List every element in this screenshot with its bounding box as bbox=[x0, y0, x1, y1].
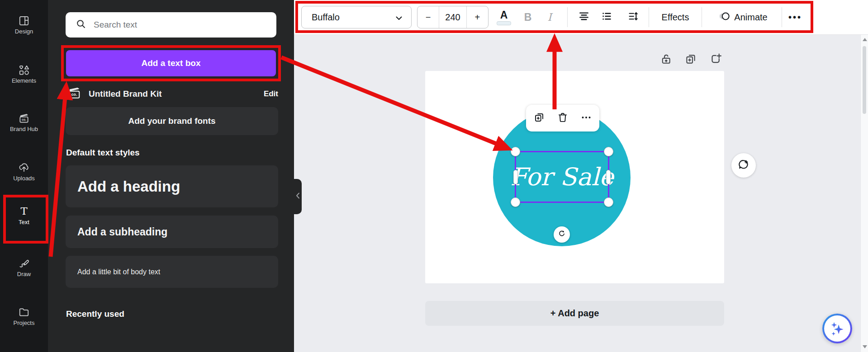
resize-handle-top-right[interactable] bbox=[604, 147, 613, 156]
brand-kit-badge: co. bbox=[71, 92, 77, 97]
sidebar-item-label: Elements bbox=[0, 77, 48, 84]
resize-handle-top-left[interactable] bbox=[511, 147, 520, 156]
line-spacing-icon bbox=[627, 10, 639, 24]
resize-handle-bottom-right[interactable] bbox=[604, 197, 613, 207]
sidebar-item-draw[interactable]: Draw bbox=[0, 258, 48, 277]
effects-button[interactable]: Effects bbox=[655, 7, 696, 27]
canva-editor: Design Elements co. Brand Hub Uploads T … bbox=[0, 0, 868, 352]
rotate-handle[interactable] bbox=[554, 226, 570, 243]
toolbar-more-button[interactable]: ••• bbox=[785, 7, 805, 27]
sidebar-item-design[interactable]: Design bbox=[0, 15, 48, 35]
toolbar-divider bbox=[649, 7, 649, 27]
canva-assistant-button[interactable] bbox=[822, 314, 852, 343]
brand-kit-row: co. Untitled Brand Kit Edit bbox=[67, 86, 278, 102]
add-body-text-button[interactable]: Add a little bit of body text bbox=[66, 256, 278, 288]
delete-element-button[interactable] bbox=[556, 112, 569, 125]
current-color-swatch bbox=[497, 21, 511, 25]
text-icon: T bbox=[0, 206, 48, 217]
lock-button[interactable] bbox=[659, 52, 674, 68]
text-color-letter: A bbox=[500, 9, 508, 20]
text-panel: Add a text box co. Untitled Brand Kit Ed… bbox=[48, 0, 294, 352]
sidebar-item-brand-hub[interactable]: co. Brand Hub bbox=[0, 113, 48, 132]
uploads-icon bbox=[0, 162, 48, 174]
duplicate-page-icon bbox=[684, 53, 697, 67]
duplicate-page-button[interactable] bbox=[683, 52, 698, 68]
design-icon bbox=[0, 15, 48, 27]
bullet-list-icon bbox=[601, 10, 612, 24]
font-size-decrease-button[interactable]: − bbox=[417, 6, 439, 28]
text-align-button[interactable] bbox=[574, 7, 593, 27]
toolbar-divider bbox=[702, 7, 702, 27]
text-color-button[interactable]: A bbox=[494, 7, 513, 27]
lock-icon bbox=[660, 53, 673, 67]
svg-text:T: T bbox=[20, 206, 27, 217]
scrollbar-thumb[interactable] bbox=[863, 46, 866, 114]
add-text-box-button[interactable]: Add a text box bbox=[66, 50, 276, 76]
sidebar-item-text[interactable]: T Text bbox=[0, 206, 48, 225]
italic-button[interactable]: I bbox=[540, 7, 559, 27]
list-button[interactable] bbox=[597, 7, 616, 27]
scroll-up-arrow[interactable] bbox=[863, 38, 867, 41]
brand-kit-title: Untitled Brand Kit bbox=[89, 89, 162, 99]
animate-label: Animate bbox=[734, 12, 767, 23]
animate-icon bbox=[718, 10, 734, 24]
line-spacing-button[interactable] bbox=[624, 7, 643, 27]
selection-box[interactable] bbox=[515, 151, 609, 203]
sidebar-item-uploads[interactable]: Uploads bbox=[0, 162, 48, 182]
draw-icon bbox=[0, 258, 48, 269]
add-brand-fonts-button[interactable]: Add your brand fonts bbox=[66, 107, 278, 135]
sidebar-item-label: Design bbox=[0, 28, 48, 35]
resize-handle-left[interactable] bbox=[513, 170, 518, 184]
add-heading-button[interactable]: Add a heading bbox=[66, 165, 278, 207]
toolbar-divider bbox=[782, 7, 782, 27]
animate-button[interactable]: Animate bbox=[708, 7, 777, 27]
sidebar-item-label: Brand Hub bbox=[0, 126, 48, 132]
font-size-stepper: − 240 + bbox=[417, 6, 489, 28]
font-size-value[interactable]: 240 bbox=[439, 6, 466, 28]
search-input[interactable] bbox=[93, 19, 266, 30]
projects-icon bbox=[0, 306, 48, 318]
duplicate-element-button[interactable] bbox=[533, 112, 545, 125]
add-page-button[interactable]: + Add page bbox=[425, 301, 724, 326]
sidebar-item-elements[interactable]: Elements bbox=[0, 64, 48, 84]
brand-kit-badge-glyph: co. bbox=[22, 118, 26, 121]
resize-handle-right[interactable] bbox=[606, 170, 611, 184]
add-page-icon-button[interactable] bbox=[709, 52, 724, 68]
duplicate-icon bbox=[533, 112, 545, 125]
more-options-button[interactable] bbox=[580, 112, 593, 125]
chevron-down-icon bbox=[396, 12, 402, 23]
elements-icon bbox=[0, 64, 48, 76]
sidebar-item-label: Projects bbox=[0, 319, 48, 326]
ellipsis-icon bbox=[581, 112, 592, 125]
search-icon bbox=[76, 19, 86, 31]
brand-hub-icon: co. bbox=[0, 113, 48, 124]
editor-toolbar: Buffalo − 240 + A B I Effects Animate bbox=[294, 0, 868, 35]
font-family-select[interactable]: Buffalo bbox=[301, 6, 412, 28]
brand-kit-edit-link[interactable]: Edit bbox=[264, 89, 278, 99]
sidebar-item-label: Uploads bbox=[0, 175, 48, 182]
sidebar-item-label: Draw bbox=[0, 271, 48, 277]
recently-used-heading: Recently used bbox=[66, 309, 124, 319]
align-center-icon bbox=[578, 10, 590, 24]
design-page[interactable]: For Sale bbox=[425, 71, 724, 283]
resize-handle-bottom-left[interactable] bbox=[511, 197, 520, 207]
add-comment-button[interactable] bbox=[731, 153, 756, 178]
sidebar-item-projects[interactable]: Projects bbox=[0, 306, 48, 326]
search-box bbox=[66, 12, 276, 38]
font-size-increase-button[interactable]: + bbox=[467, 6, 488, 28]
comment-plus-icon bbox=[737, 158, 750, 173]
rotate-icon bbox=[557, 229, 566, 240]
toolbar-divider bbox=[567, 7, 568, 27]
bold-button[interactable]: B bbox=[518, 7, 537, 27]
default-text-styles-heading: Default text styles bbox=[66, 148, 140, 158]
sidebar-item-label: Text bbox=[0, 219, 48, 225]
scrollbar[interactable] bbox=[860, 34, 868, 352]
scroll-down-arrow[interactable] bbox=[863, 345, 867, 348]
trash-icon bbox=[557, 112, 569, 125]
new-page-icon bbox=[710, 53, 723, 67]
font-family-value: Buffalo bbox=[312, 12, 396, 23]
add-subheading-button[interactable]: Add a subheading bbox=[66, 216, 278, 248]
brand-kit-icon: co. bbox=[67, 86, 81, 102]
canvas-area: For Sale + Add page bbox=[294, 34, 868, 352]
collapse-panel-handle[interactable] bbox=[294, 179, 302, 214]
